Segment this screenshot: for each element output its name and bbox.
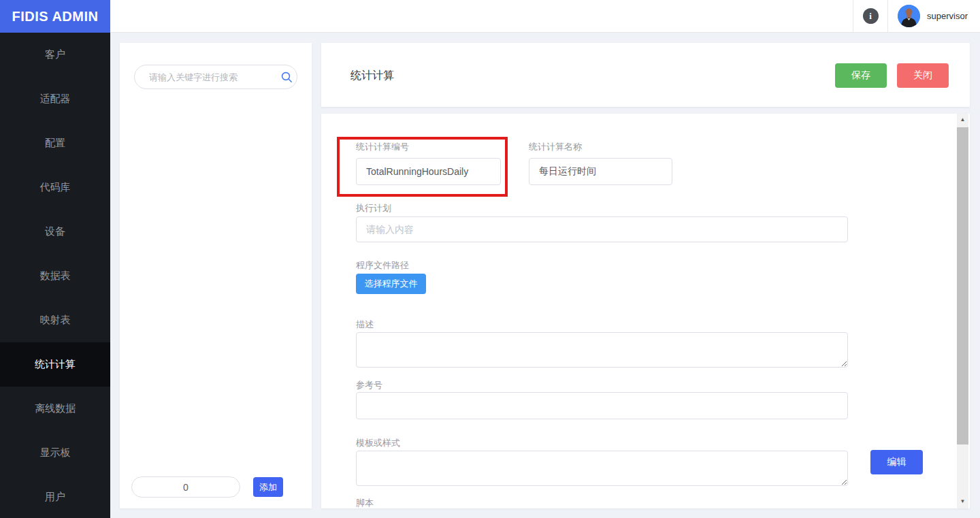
scroll-down-arrow[interactable]: ▼ <box>957 496 968 507</box>
scroll-up-arrow[interactable]: ▲ <box>957 114 968 125</box>
sidebar-item-adapters[interactable]: 适配器 <box>0 77 110 121</box>
user-menu[interactable]: supervisor <box>888 0 980 32</box>
info-icon: i <box>863 8 879 24</box>
choose-program-file-button[interactable]: 选择程序文件 <box>356 274 426 294</box>
list-footer: 添加 <box>120 475 312 497</box>
script-field-label: 脚本 <box>356 497 374 508</box>
avatar <box>898 5 920 27</box>
search-list-panel: 添加 <box>120 43 312 508</box>
sidebar-item-offline-data[interactable]: 离线数据 <box>0 387 110 431</box>
schedule-input[interactable] <box>356 216 848 242</box>
form-header-card: 统计计算 保存 关闭 <box>321 43 970 107</box>
form-body-card: 统计计算编号 统计计算名称 执行计划 程序文件路径 选择程序文件 描述 参考号 … <box>321 114 970 508</box>
save-button[interactable]: 保存 <box>835 63 887 88</box>
sidebar-item-users[interactable]: 用户 <box>0 475 110 518</box>
sidebar-item-devices[interactable]: 设备 <box>0 210 110 254</box>
count-input[interactable] <box>131 476 240 498</box>
sidebar-item-code-library[interactable]: 代码库 <box>0 165 110 210</box>
name-input[interactable] <box>529 158 672 185</box>
reference-field-label: 参考号 <box>356 379 382 391</box>
program-path-field-label: 程序文件路径 <box>356 259 409 272</box>
sidebar-item-config[interactable]: 配置 <box>0 121 110 165</box>
schedule-field-label: 执行计划 <box>356 202 391 214</box>
topbar-right: i supervisor <box>853 0 980 32</box>
top-bar: FIDIS ADMIN i supervisor <box>0 0 980 33</box>
reference-input[interactable] <box>356 392 848 419</box>
description-field-label: 描述 <box>356 319 374 331</box>
name-field-label: 统计计算名称 <box>529 141 582 153</box>
sidebar-nav: 客户 适配器 配置 代码库 设备 数据表 映射表 统计计算 离线数据 显示板 用… <box>0 33 110 518</box>
username-label: supervisor <box>927 11 968 21</box>
sidebar-item-data-tables[interactable]: 数据表 <box>0 254 110 298</box>
sidebar-item-mapping-tables[interactable]: 映射表 <box>0 298 110 342</box>
sidebar-item-customers[interactable]: 客户 <box>0 33 110 77</box>
search-icon[interactable] <box>276 71 297 83</box>
page-title: 统计计算 <box>350 69 394 83</box>
scrollbar-thumb[interactable] <box>957 127 968 444</box>
code-field-label: 统计计算编号 <box>356 141 409 153</box>
code-input[interactable] <box>356 158 501 185</box>
template-textarea[interactable] <box>356 451 848 486</box>
sidebar-item-statistics-calc[interactable]: 统计计算 <box>0 342 110 387</box>
close-button[interactable]: 关闭 <box>897 63 949 88</box>
scrollbar[interactable]: ▲ ▼ <box>957 114 968 508</box>
app-logo: FIDIS ADMIN <box>0 0 110 33</box>
sidebar-item-display-board[interactable]: 显示板 <box>0 431 110 475</box>
header-actions: 保存 关闭 <box>835 63 949 88</box>
description-textarea[interactable] <box>356 332 848 368</box>
edit-template-button[interactable]: 编辑 <box>870 450 923 474</box>
search-input[interactable] <box>135 72 276 82</box>
add-button[interactable]: 添加 <box>253 477 283 497</box>
search-box <box>134 65 297 89</box>
app-window: FIDIS ADMIN i supervisor <box>0 0 980 518</box>
info-button[interactable]: i <box>853 0 887 32</box>
template-field-label: 模板或样式 <box>356 437 400 449</box>
